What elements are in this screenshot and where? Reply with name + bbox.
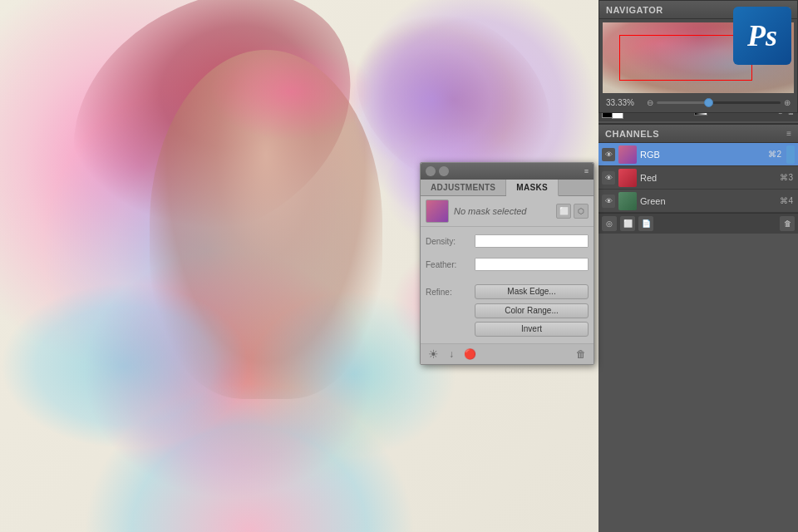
- adj-sun-icon[interactable]: ☀: [426, 347, 441, 362]
- adj-mask-edge-button[interactable]: Mask Edge...: [475, 284, 589, 299]
- adj-refine-label: Refine:: [426, 288, 471, 297]
- tab-masks[interactable]: MASKS: [506, 180, 559, 196]
- channel-row-red[interactable]: 👁 Red ⌘3: [598, 166, 798, 190]
- channels-panel: CHANNELS ≡ 👁 RGB ⌘2 👁 Red ⌘3 👁 Green ⌘4: [598, 123, 798, 234]
- channel-shortcut-green: ⌘4: [780, 196, 793, 205]
- adj-panel-menu-icon[interactable]: ≡: [584, 167, 589, 175]
- adj-feather-row: Feather:: [421, 255, 594, 273]
- zoom-in-icon[interactable]: ⊕: [784, 98, 791, 107]
- channel-thumb-rgb: [618, 145, 637, 164]
- channel-name-red: Red: [640, 173, 776, 183]
- right-panel: NAVIGATOR ≡ 33.33% ⊖ ⊕: [598, 0, 798, 532]
- channel-row-rgb[interactable]: 👁 RGB ⌘2: [598, 143, 798, 166]
- channel-eye-rgb[interactable]: 👁: [602, 148, 615, 161]
- channel-name-rgb: RGB: [640, 150, 765, 160]
- tab-adjustments[interactable]: ADJUSTMENTS: [421, 180, 506, 195]
- channel-thumb-red: [618, 169, 637, 187]
- channel-shortcut-rgb: ⌘2: [768, 150, 781, 159]
- adj-minimize-button[interactable]: [439, 166, 449, 176]
- channels-menu-icon[interactable]: ≡: [786, 129, 791, 138]
- channel-shortcut-red: ⌘3: [780, 173, 793, 182]
- channel-active-indicator: [786, 145, 795, 164]
- adjustments-panel: ≡ ADJUSTMENTS MASKS No mask selected ⬜ ⬡…: [420, 162, 594, 365]
- adj-density-label: Density:: [426, 237, 471, 246]
- adj-mask-label: No mask selected: [454, 206, 551, 216]
- adj-trash-icon[interactable]: 🗑: [574, 347, 589, 362]
- adj-density-input[interactable]: [475, 234, 589, 248]
- channel-trash-icon[interactable]: 🗑: [780, 216, 795, 231]
- channels-title: CHANNELS: [605, 129, 659, 139]
- adj-color-range-row: Color Range...: [421, 302, 594, 320]
- zoom-slider[interactable]: [657, 101, 781, 104]
- ps-logo: Ps: [733, 7, 791, 65]
- adj-color-range-button[interactable]: Color Range...: [475, 303, 589, 318]
- channels-footer: ◎ ⬜ 📄 🗑: [598, 213, 798, 234]
- channel-thumb-green: [618, 192, 637, 210]
- zoom-out-icon[interactable]: ⊖: [647, 98, 653, 107]
- adj-pixel-mask-icon[interactable]: ⬜: [556, 204, 571, 219]
- adj-feather-input[interactable]: [475, 258, 589, 271]
- adj-mask-edge-row: Refine: Mask Edge...: [421, 282, 594, 302]
- channels-header: CHANNELS ≡: [598, 125, 798, 143]
- adj-invert-row: Invert: [421, 320, 594, 338]
- channel-name-green: Green: [640, 196, 776, 206]
- adj-mask-thumbnail: [426, 200, 449, 223]
- adj-minus-icon[interactable]: 🔴: [462, 347, 477, 362]
- adj-feather-label: Feather:: [426, 260, 471, 269]
- channel-row-green[interactable]: 👁 Green ⌘4: [598, 190, 798, 213]
- adj-footer: ☀ ↓ 🔴 🗑: [421, 343, 594, 364]
- adj-panel-header: ≡: [421, 163, 594, 180]
- navigator-title: NAVIGATOR: [606, 5, 663, 15]
- channel-save-icon[interactable]: ⬜: [620, 216, 635, 231]
- adj-vector-mask-icon[interactable]: ⬡: [574, 204, 589, 219]
- adj-mask-row: No mask selected ⬜ ⬡: [421, 196, 594, 227]
- channel-dotted-circle-icon[interactable]: ◎: [602, 216, 617, 231]
- zoom-percentage: 33.33%: [606, 98, 643, 107]
- adj-close-button[interactable]: [426, 166, 436, 176]
- channel-new-icon[interactable]: 📄: [638, 216, 653, 231]
- channel-eye-red[interactable]: 👁: [602, 171, 615, 185]
- adj-invert-button[interactable]: Invert: [475, 322, 589, 337]
- channel-eye-green[interactable]: 👁: [602, 195, 615, 208]
- adj-arrow-icon[interactable]: ↓: [444, 347, 459, 362]
- adj-density-row: Density:: [421, 232, 594, 250]
- adj-tabs: ADJUSTMENTS MASKS: [421, 180, 594, 196]
